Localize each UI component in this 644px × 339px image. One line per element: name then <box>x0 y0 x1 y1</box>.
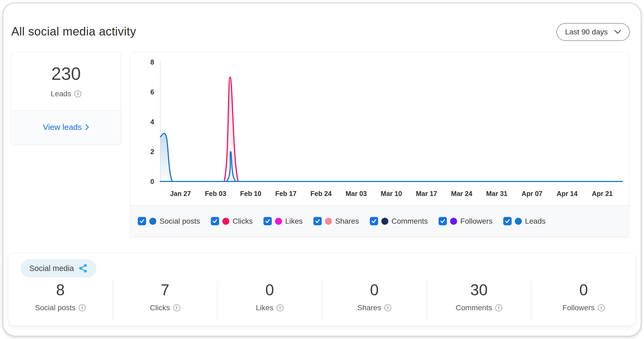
stat-comments: 30 Comments i <box>426 280 531 321</box>
social-media-badge[interactable]: Social media <box>21 259 96 277</box>
legend-label: Comments <box>392 217 428 226</box>
leads-label: Leads i <box>51 90 81 98</box>
svg-text:Feb 03: Feb 03 <box>205 190 226 197</box>
stat-likes: 0 Likes i <box>217 280 322 321</box>
stat-label: Followers i <box>562 304 605 312</box>
info-icon[interactable]: i <box>598 304 605 311</box>
info-icon[interactable]: i <box>384 304 391 311</box>
legend-item-comments[interactable]: Comments <box>370 217 428 226</box>
checkbox-checked-icon[interactable] <box>439 217 447 225</box>
view-leads-label: View leads <box>43 123 82 132</box>
stat-value: 30 <box>470 282 488 298</box>
svg-text:Apr 14: Apr 14 <box>557 190 578 197</box>
info-icon[interactable]: i <box>74 90 81 97</box>
info-icon[interactable]: i <box>173 304 180 311</box>
stat-social-posts: 8 Social posts i <box>8 280 113 321</box>
checkbox-checked-icon[interactable] <box>138 217 146 225</box>
svg-text:Mar 03: Mar 03 <box>346 190 367 197</box>
svg-text:0: 0 <box>150 178 154 185</box>
legend-item-followers[interactable]: Followers <box>439 217 493 226</box>
svg-text:2: 2 <box>150 148 154 155</box>
stat-label: Comments i <box>456 304 502 312</box>
legend-item-clicks[interactable]: Clicks <box>211 217 253 226</box>
legend-label: Shares <box>335 217 359 226</box>
legend-item-social-posts[interactable]: Social posts <box>138 217 200 226</box>
svg-text:Feb 10: Feb 10 <box>240 190 261 197</box>
stats-row: 8 Social posts i 7 Clicks i 0 Likes i 0 … <box>8 280 636 321</box>
legend-item-likes[interactable]: Likes <box>263 217 303 226</box>
svg-text:Mar 10: Mar 10 <box>381 190 402 197</box>
stat-followers: 0 Followers i <box>531 280 636 321</box>
stat-shares: 0 Shares i <box>322 280 426 321</box>
series-color-dot <box>149 218 156 225</box>
legend-label: Social posts <box>160 217 200 226</box>
legend-item-shares[interactable]: Shares <box>313 217 359 226</box>
chart-legend: Social posts Clicks Likes Shares <box>131 205 629 236</box>
series-color-dot <box>222 218 229 225</box>
stat-value: 0 <box>370 282 379 298</box>
page-title: All social media activity <box>11 25 136 38</box>
info-icon[interactable]: i <box>495 304 502 311</box>
leads-value: 230 <box>51 65 81 83</box>
info-icon[interactable]: i <box>277 304 284 311</box>
svg-text:Mar 31: Mar 31 <box>486 190 507 197</box>
stat-value: 7 <box>161 282 169 298</box>
date-range-dropdown[interactable]: Last 90 days <box>556 23 630 41</box>
stat-clicks: 7 Clicks i <box>113 280 217 321</box>
stat-value: 0 <box>579 282 588 298</box>
info-icon[interactable]: i <box>79 304 86 311</box>
stat-label: Social posts i <box>35 304 86 312</box>
svg-text:4: 4 <box>150 118 154 126</box>
leads-stat: 230 Leads i <box>12 52 121 110</box>
date-range-label: Last 90 days <box>565 28 608 36</box>
social-media-summary-card: Social media 8 Social posts i 7 Clicks i… <box>8 253 636 326</box>
svg-text:6: 6 <box>150 88 154 96</box>
stat-value: 8 <box>56 282 65 298</box>
svg-text:Mar 24: Mar 24 <box>451 190 472 197</box>
checkbox-checked-icon[interactable] <box>370 217 378 225</box>
activity-line-chart: 02468Jan 27Feb 03Feb 10Feb 17Feb 24Mar 0… <box>131 52 629 205</box>
stat-label: Likes i <box>256 304 283 312</box>
svg-text:Mar 17: Mar 17 <box>416 190 437 197</box>
svg-text:Feb 24: Feb 24 <box>310 190 332 197</box>
svg-text:Jan 27: Jan 27 <box>170 190 191 197</box>
chevron-right-icon <box>85 124 89 130</box>
stat-label: Shares i <box>357 304 391 312</box>
series-color-dot <box>450 218 457 225</box>
social-media-badge-label: Social media <box>29 264 74 273</box>
checkbox-checked-icon[interactable] <box>313 217 322 225</box>
activity-chart-card: 02468Jan 27Feb 03Feb 10Feb 17Feb 24Mar 0… <box>130 52 629 237</box>
chevron-down-icon <box>614 30 621 34</box>
legend-label: Likes <box>285 217 303 226</box>
series-color-dot <box>381 218 388 225</box>
legend-label: Clicks <box>233 217 253 226</box>
checkbox-checked-icon[interactable] <box>263 217 272 225</box>
stat-value: 0 <box>265 282 274 298</box>
leads-summary-card: 230 Leads i View leads <box>11 52 121 144</box>
legend-label: Leads <box>525 217 545 226</box>
svg-text:Apr 21: Apr 21 <box>592 190 613 197</box>
series-color-dot <box>515 218 522 225</box>
legend-label: Followers <box>460 217 493 226</box>
share-icon <box>78 263 88 273</box>
series-color-dot <box>275 218 282 225</box>
svg-text:Apr 07: Apr 07 <box>522 190 542 197</box>
svg-text:Feb 17: Feb 17 <box>275 190 296 197</box>
legend-item-leads[interactable]: Leads <box>503 217 545 226</box>
checkbox-checked-icon[interactable] <box>503 217 512 225</box>
series-color-dot <box>325 218 332 225</box>
svg-text:8: 8 <box>150 58 154 66</box>
view-leads-button[interactable]: View leads <box>12 110 121 144</box>
checkbox-checked-icon[interactable] <box>211 217 219 225</box>
stat-label: Clicks i <box>150 304 180 312</box>
